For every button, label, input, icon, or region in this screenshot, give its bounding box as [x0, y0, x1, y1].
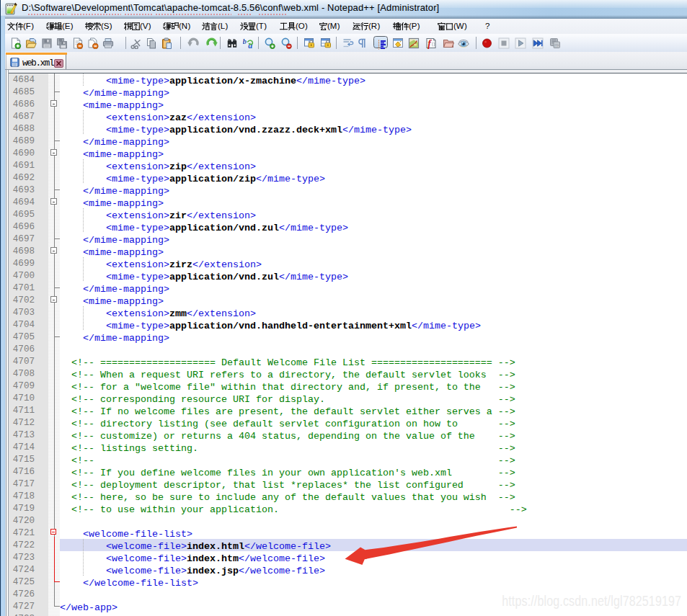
svg-text:b: b — [243, 37, 247, 45]
svg-text:UC: UC — [555, 45, 559, 48]
